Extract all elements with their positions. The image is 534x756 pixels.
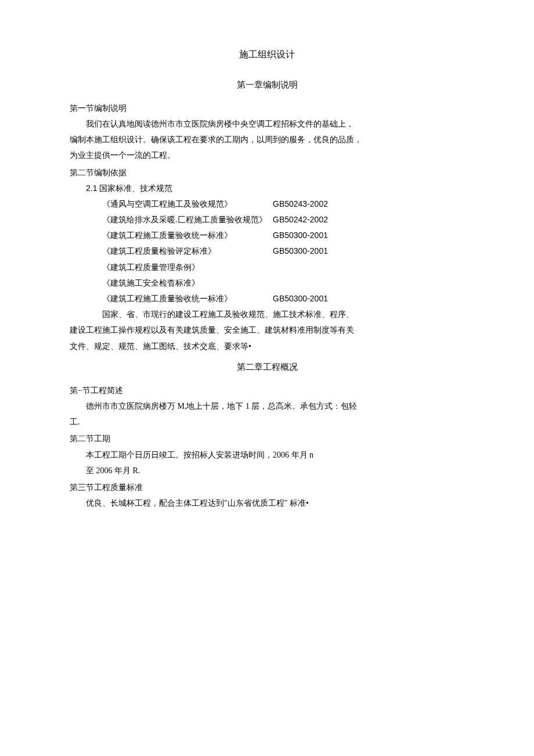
ch2-sec2-p1: 本工程工期个日历日竣工。按招标人安装进场时间，2006 年月 n [70, 448, 464, 462]
standard-code: GB50300-2001 [273, 228, 328, 243]
standard-name: 《建筑给排水及采暖.匚程施工质量验收规范》 [102, 213, 273, 227]
document-title: 施工组织设计 [70, 46, 464, 63]
standard-row: 《通风与空调工程施工及验收规范》 GB50243-2002 [70, 197, 464, 211]
standard-row: 《建筑施工安全检杳标准》 [70, 276, 464, 290]
standard-name: 《建筑施工安全检杳标准》 [102, 276, 273, 290]
ch1-sec2-tail1: 国家、省、市现行的建设工程施工及验收规范、施工技术标准、程序、 [70, 307, 464, 322]
standard-row: 《建筑给排水及采暖.匚程施工质量验收规范》 GB50242-2002 [70, 213, 464, 227]
ch2-sec2-heading: 第二节工期 [70, 431, 464, 446]
ch2-sec1-p1: 德州市市立医院病房楼万 M,地上十层，地下 1 层，总高米。承包方式：包轻 [70, 399, 464, 413]
standard-name: 《建筑工程质量管理条例》 [102, 260, 273, 275]
ch1-sec1-p1: 我们在认真地阅读德州市市立医院病房楼中央空调工程招标文件的基础上， [70, 117, 464, 131]
ch2-sec1-heading: 第−节工程简述 [70, 383, 464, 398]
ch1-sec1-p2: 编制本施工组织设计。确保该工程在要求的工期内，以周到的服务，优良的品质， [70, 132, 464, 147]
standard-name: 《通风与空调工程施工及验收规范》 [102, 197, 273, 211]
ch1-sec2-sub21: 2.1 国家标准、技术规范 [70, 181, 464, 196]
standard-row: 《建筑工程施工质量验收统一标准》 GB50300-2001 [70, 228, 464, 243]
standard-code: GB50242-2002 [273, 213, 328, 227]
ch1-sec2-tail2: 建设工程施工操作规程以及有关建筑质量、安全施工、建筑材料准用制度等有关 [70, 323, 464, 337]
standard-row: 《建筑工程施工质量验收统一标准》 GB50300-2001 [70, 291, 464, 306]
standard-code: GB50300-2001 [273, 244, 328, 258]
standard-code: GB50243-2002 [273, 197, 328, 211]
chapter2-heading: 第二章工程概况 [70, 359, 464, 375]
ch2-sec3-heading: 第三节工程质量标准 [70, 480, 464, 495]
ch1-sec2-tail3: 文件、规定、规范、施工图纸、技术交底、要求等• [70, 339, 464, 354]
standard-row: 《建筑工程质量检验评定标准》 GB50300-2001 [70, 244, 464, 258]
ch1-sec1-p3: 为业主提供一个一流的工程。 [70, 148, 464, 163]
standard-name: 《建筑工程质量检验评定标准》 [102, 244, 273, 258]
standard-name: 《建筑工程施工质量验收统一标准》 [102, 291, 273, 306]
sub21-text: 2.1 国家标准、技术规范 [86, 183, 172, 193]
standard-name: 《建筑工程施工质量验收统一标准》 [102, 228, 273, 243]
standard-code: GB50300-2001 [273, 291, 328, 306]
ch1-sec2-heading: 第二节编制依据 [70, 165, 464, 180]
ch2-sec3-p1: 优良、长城杯工程，配合主体工程达到"山东省优质工程" 标准• [70, 496, 464, 510]
ch2-sec2-p2: 至 2006 年月 R. [70, 463, 464, 478]
chapter1-heading: 第一章编制说明 [70, 77, 464, 93]
document-page: 施工组织设计 第一章编制说明 第一节编制说明 我们在认真地阅读德州市市立医院病房… [0, 0, 534, 756]
ch1-sec1-heading: 第一节编制说明 [70, 101, 464, 116]
standard-row: 《建筑工程质量管理条例》 [70, 260, 464, 275]
ch2-sec1-p2: 工. [70, 415, 464, 429]
